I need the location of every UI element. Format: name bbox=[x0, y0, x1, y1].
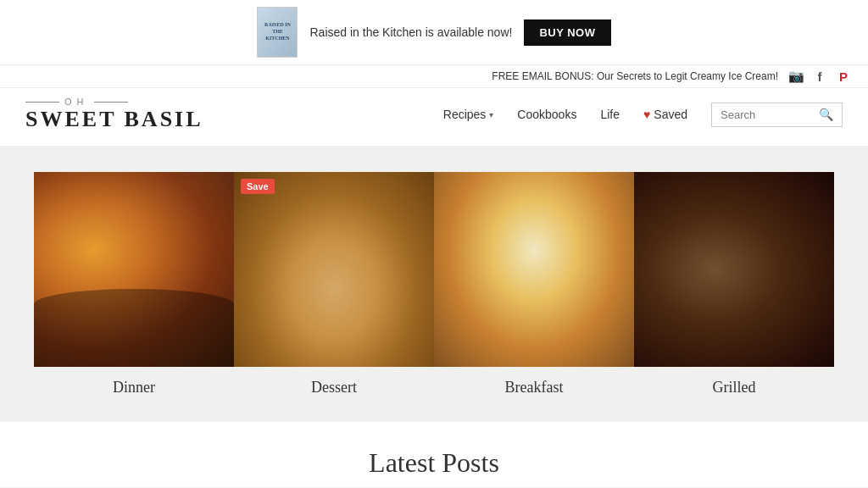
breakfast-image bbox=[434, 172, 634, 367]
social-icons-group: 📷 f P bbox=[788, 69, 851, 84]
pinterest-icon[interactable]: P bbox=[836, 69, 851, 84]
logo-main: SWEET BASIL bbox=[25, 107, 203, 132]
logo[interactable]: OH SWEET BASIL bbox=[25, 97, 203, 132]
breakfast-label: Breakfast bbox=[505, 379, 564, 396]
logo-oh: OH bbox=[25, 97, 128, 107]
nav-life[interactable]: Life bbox=[600, 108, 620, 121]
heart-icon: ♥ bbox=[643, 108, 650, 121]
category-grilled[interactable]: Grilled bbox=[634, 172, 834, 396]
category-breakfast[interactable]: Breakfast bbox=[434, 172, 634, 396]
buy-now-button[interactable]: BUY NOW bbox=[524, 19, 610, 46]
save-badge[interactable]: Save bbox=[241, 179, 275, 194]
search-input[interactable] bbox=[721, 108, 814, 121]
category-grid: Dinner Save Dessert Breakfast Grilled bbox=[34, 172, 834, 396]
grilled-image bbox=[634, 172, 834, 367]
email-bonus-text: FREE EMAIL BONUS: Our Secrets to Legit C… bbox=[492, 70, 778, 82]
search-box[interactable]: 🔍 bbox=[711, 103, 843, 127]
grilled-label: Grilled bbox=[713, 379, 756, 396]
nav-cookbooks[interactable]: Cookbooks bbox=[517, 108, 576, 121]
email-bonus-bar: FREE EMAIL BONUS: Our Secrets to Legit C… bbox=[0, 65, 868, 88]
nav-life-label: Life bbox=[600, 108, 620, 121]
hero-section: Dinner Save Dessert Breakfast Grilled bbox=[0, 147, 868, 422]
latest-posts-section: Latest Posts bbox=[0, 422, 868, 487]
chevron-down-icon: ▾ bbox=[489, 110, 493, 119]
nav-recipes-label: Recipes bbox=[443, 108, 487, 121]
dessert-image: Save bbox=[234, 172, 434, 367]
top-banner: RAISED IN THE KITCHEN Raised in the Kitc… bbox=[0, 0, 868, 65]
nav-cookbooks-label: Cookbooks bbox=[517, 108, 576, 121]
dinner-label: Dinner bbox=[113, 379, 155, 396]
nav-recipes[interactable]: Recipes ▾ bbox=[443, 108, 494, 121]
category-dessert[interactable]: Save Dessert bbox=[234, 172, 434, 396]
book-cover-image: RAISED IN THE KITCHEN bbox=[257, 7, 298, 58]
facebook-icon[interactable]: f bbox=[812, 69, 827, 84]
banner-available-text: Raised in the Kitchen is available now! bbox=[309, 25, 512, 39]
dinner-image bbox=[34, 172, 234, 367]
category-dinner[interactable]: Dinner bbox=[34, 172, 234, 396]
main-header: OH SWEET BASIL Recipes ▾ Cookbooks Life … bbox=[0, 88, 868, 147]
nav-saved-label: Saved bbox=[654, 108, 687, 121]
instagram-icon[interactable]: 📷 bbox=[788, 69, 804, 84]
search-icon[interactable]: 🔍 bbox=[819, 108, 833, 122]
dessert-label: Dessert bbox=[311, 379, 357, 396]
nav-saved[interactable]: ♥ Saved bbox=[643, 108, 687, 121]
nav-area: Recipes ▾ Cookbooks Life ♥ Saved 🔍 bbox=[443, 103, 843, 127]
latest-posts-title: Latest Posts bbox=[34, 447, 834, 479]
